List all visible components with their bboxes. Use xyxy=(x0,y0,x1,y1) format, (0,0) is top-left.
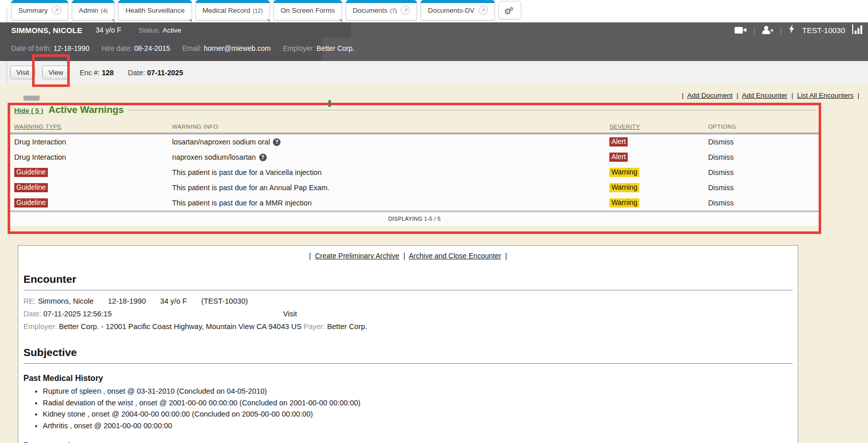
pmh-list: Rupture of spleen , onset @ 03-31-2010 (… xyxy=(35,386,793,431)
add-encounter-link[interactable]: Add Encounter xyxy=(742,92,787,99)
archive-links: | Create Preliminary Archive | Archive a… xyxy=(23,251,793,260)
warnings-table-header: WARNING TYPE WARNING INFO SEVERITY OPTIO… xyxy=(8,117,821,134)
guideline-badge: Guideline xyxy=(14,168,48,177)
open-new-window-icon[interactable]: ↗ xyxy=(52,6,61,15)
webchart-app: Summary ↗ Admin (4) Health Surveillance … xyxy=(0,0,868,443)
dismiss-link[interactable]: Dismiss xyxy=(708,168,734,176)
tab-label: Medical Record xyxy=(203,7,250,14)
tab-documents-dv[interactable]: Documents-DV ↗ xyxy=(421,0,495,20)
warning-type: Guideline xyxy=(14,165,172,180)
patient-header: SIMMONS, NICOLE 34 y/o F Status: Active … xyxy=(0,22,868,38)
tab-documents[interactable]: Documents (7) ↗ xyxy=(346,0,417,20)
status-label: Status: xyxy=(138,26,160,34)
pmh-item: Radial deviation of the wrist , onset @ … xyxy=(43,398,793,409)
title-rule xyxy=(129,110,816,110)
dismiss-link[interactable]: Dismiss xyxy=(708,199,734,207)
patient-age-sex: 34 y/o F xyxy=(96,26,122,34)
icon-divider: | xyxy=(753,26,755,35)
gear-icon: ⚙ xyxy=(509,6,514,12)
hide-warnings-link[interactable]: Hide ( 5 ) xyxy=(14,107,43,114)
tab-label: Admin xyxy=(79,7,98,14)
guideline-badge: Guideline xyxy=(14,198,48,208)
help-icon[interactable]: ? xyxy=(259,154,267,161)
col-severity[interactable]: SEVERITY xyxy=(609,117,708,133)
link-separator: | xyxy=(682,92,684,99)
warning-info: This patient is past due for an Annual P… xyxy=(172,180,609,195)
tab-health-surveillance[interactable]: Health Surveillance xyxy=(118,0,191,20)
chart-id: TEST-10030 xyxy=(802,26,845,35)
tab-label: On Screen Forms xyxy=(281,7,335,14)
video-camera-icon[interactable] xyxy=(735,27,747,34)
severity-badge: Warning xyxy=(609,168,639,177)
help-icon[interactable]: ? xyxy=(273,138,281,146)
encounter-toolbar: Visit View Enc #:128 Date:07-11-2025 xyxy=(0,61,868,84)
warnings-table-body: Drug Interaction losartan/naproxen sodiu… xyxy=(8,134,821,211)
view-button[interactable]: View xyxy=(42,66,69,79)
enc-number-value: 128 xyxy=(102,69,114,77)
icon-divider: | xyxy=(780,26,782,35)
create-preliminary-archive-link[interactable]: Create Preliminary Archive xyxy=(315,252,400,260)
tab-count: (12) xyxy=(253,8,263,14)
tab-on-screen-forms[interactable]: On Screen Forms xyxy=(273,0,342,20)
dob-value: 12-18-1990 xyxy=(53,45,90,52)
bar-chart-icon[interactable] xyxy=(852,24,864,36)
hire-date-label: Hire date: xyxy=(102,45,132,52)
add-person-icon[interactable]: + xyxy=(762,26,773,34)
severity-cell: Warning xyxy=(609,165,708,180)
re-line: RE: Simmons, Nicole12-18-199034 y/o F(TE… xyxy=(23,295,793,308)
visit-button[interactable]: Visit xyxy=(10,66,35,79)
col-warning-info: WARNING INFO xyxy=(172,117,609,133)
link-separator: | xyxy=(791,92,793,99)
re-dob: 12-18-1990 xyxy=(108,297,146,305)
dismiss-link[interactable]: Dismiss xyxy=(708,184,734,192)
enc-date-label: Date: xyxy=(128,69,145,77)
left-edge-divider xyxy=(7,8,7,22)
tab-label: Summary xyxy=(18,7,48,14)
open-new-window-icon[interactable]: ↗ xyxy=(401,6,410,15)
guideline-badge: Guideline xyxy=(14,183,48,192)
enc-date-value: 07-11-2025 xyxy=(147,69,183,77)
pmh-item: Rupture of spleen , onset @ 03-31-2010 (… xyxy=(43,386,793,397)
warning-type: Drug Interaction xyxy=(14,134,172,150)
tab-medical-record[interactable]: Medical Record (12) xyxy=(195,0,270,20)
subjective-heading: Subjective xyxy=(23,346,793,364)
add-document-link[interactable]: Add Document xyxy=(687,92,733,99)
tab-label: Health Surveillance xyxy=(125,7,184,14)
severity-badge: Warning xyxy=(609,198,639,208)
payer-value: Better Corp. xyxy=(327,322,368,331)
tab-label: Documents-DV xyxy=(428,7,474,14)
tab-summary[interactable]: Summary ↗ xyxy=(11,0,68,20)
visit-type: Visit xyxy=(283,310,297,318)
enc-number-label: Enc #: xyxy=(79,69,100,77)
dismiss-link[interactable]: Dismiss xyxy=(708,138,734,146)
pmh-item: Kidney stone , onset @ 2004-00-00 00:00:… xyxy=(43,409,793,420)
archive-and-close-link[interactable]: Archive and Close Encounter xyxy=(409,252,501,260)
status-value: Active xyxy=(162,26,181,34)
tab-admin[interactable]: Admin (4) xyxy=(72,0,115,20)
warning-type: Guideline xyxy=(14,195,172,211)
col-warning-type[interactable]: WARNING TYPE xyxy=(14,117,172,133)
dismiss-link[interactable]: Dismiss xyxy=(708,153,734,161)
employer-line: Employer: Better Corp. - 12001 Pacific C… xyxy=(23,320,793,333)
severity-badge: Alert xyxy=(609,137,628,146)
col-options: OPTIONS xyxy=(708,117,821,133)
pmh-heading: Past Medical History xyxy=(23,374,793,383)
email-label: Email: xyxy=(182,45,202,52)
email-value: horner@mieweb.com xyxy=(204,45,270,52)
link-separator: | xyxy=(737,92,739,99)
open-new-window-icon[interactable]: ↗ xyxy=(479,6,488,15)
re-age-sex: 34 y/o F xyxy=(160,297,187,305)
tab-count: (4) xyxy=(101,8,107,14)
dob-label: Date of birth: xyxy=(11,45,51,52)
settings-button[interactable]: ⚙⚙ xyxy=(498,1,521,19)
list-all-encounters-link[interactable]: List All Encounters xyxy=(797,92,854,99)
link-separator: | xyxy=(403,252,405,260)
encounter-heading: Encounter xyxy=(23,273,793,290)
link-separator: | xyxy=(505,252,507,260)
link-separator: | xyxy=(857,92,859,99)
ui-artifact-tick xyxy=(328,100,331,107)
lightning-bolt-icon[interactable] xyxy=(789,24,795,36)
active-warnings-title: Active Warnings xyxy=(48,104,124,115)
active-warnings-panel: Hide ( 5 ) Active Warnings WARNING TYPE … xyxy=(8,103,821,226)
patient-name: SIMMONS, NICOLE xyxy=(11,26,82,35)
